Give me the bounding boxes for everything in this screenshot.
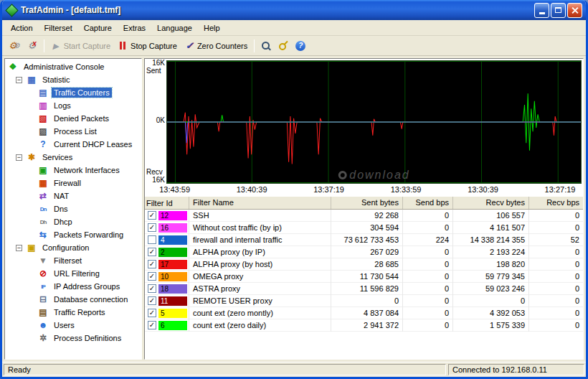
maximize-button[interactable] (551, 3, 566, 18)
filter-checkbox[interactable]: ✓ (148, 309, 156, 317)
filter-checkbox[interactable]: ✓ (148, 248, 156, 256)
tree-item-traffic-reports[interactable]: ▤Traffic Reports (5, 306, 141, 319)
tree-item-firewall[interactable]: ▦Firewall (5, 177, 141, 190)
menu-capture[interactable]: Capture (78, 22, 118, 34)
tree-expander-icon[interactable]: − (16, 77, 22, 83)
tree-item-statistic[interactable]: −▦Statistic (5, 73, 141, 86)
table-row-count-ext-zero-montly[interactable]: ✓5count ext (zero montly)4 837 08404 392… (145, 307, 583, 319)
filter-checkbox[interactable]: ✓ (148, 272, 156, 281)
dhcp-icon: Dh (37, 219, 49, 225)
recv-bps-cell: 0 (529, 271, 583, 283)
filter-name-cell: firewall and internal traffic (189, 234, 331, 246)
chart-y-axis: 16K Sent 0K Recv 16K (145, 59, 166, 184)
stop-capture-button[interactable]: Stop Capture (114, 39, 181, 53)
column-header-recv-bps[interactable]: Recv bps (529, 197, 583, 209)
filter-checkbox[interactable] (148, 235, 156, 244)
table-row-remote-user-proxy[interactable]: ✓11REMOTE USER proxy0000 (145, 295, 583, 307)
sent-bytes-cell: 28 685 (331, 258, 403, 271)
url-filtering-icon: ⊘ (37, 268, 49, 279)
table-row-ssh[interactable]: ✓12SSH92 2680106 5570 (145, 210, 583, 222)
filter-id-cell: ✓6 (145, 319, 189, 332)
tree-item-filterset[interactable]: ▼Filterset (5, 254, 141, 267)
menu-language[interactable]: Language (151, 22, 198, 34)
filter-name-cell: Without cost traffic (by ip) (189, 222, 331, 234)
sent-bytes-cell: 2 941 372 (331, 319, 403, 332)
tree-item-url-filtering[interactable]: ⊘URL Filtering (5, 267, 141, 280)
firewall-icon: ▦ (37, 178, 49, 188)
toolbar-label: Start Capture (64, 42, 110, 50)
tree-item-configuration[interactable]: −▣Configuration (5, 241, 141, 254)
tree-item-database-connection[interactable]: ⊟Database connection (5, 293, 141, 306)
sent-bytes-cell: 267 029 (331, 246, 403, 258)
table-row-alpha-proxy-by-host[interactable]: ✓17ALPHA proxy (by host)28 6850198 8200 (145, 258, 583, 271)
start-capture-button[interactable]: Start Capture (47, 39, 114, 53)
tree-item-label: Filterset (52, 256, 84, 266)
recv-bytes-cell: 4 161 507 (453, 222, 529, 234)
tree-expander-icon[interactable]: − (16, 245, 22, 251)
column-header-filter-id[interactable]: Filter Id (145, 197, 189, 209)
tree-item-dns[interactable]: DnDns (5, 202, 141, 215)
tree-item-nat[interactable]: ⇄NAT (5, 190, 141, 202)
tree-item-label: Database connection (52, 294, 130, 304)
filter-checkbox[interactable]: ✓ (148, 260, 156, 268)
y-label-16k-bottom: 16K (152, 176, 165, 184)
tree-item-label: NAT (52, 191, 71, 201)
tree-item-process-definitions[interactable]: ✲Process Definitions (5, 332, 141, 345)
filter-id-cell: ✓18 (145, 283, 189, 295)
menu-help[interactable]: Help (198, 22, 226, 34)
column-header-filter-name[interactable]: Filter Name (189, 197, 331, 209)
zero-counters-button[interactable]: Zero Counters (181, 39, 251, 53)
filter-color-badge: 5 (158, 309, 187, 318)
table-row-firewall-and-internal-traffic[interactable]: 4firewall and internal traffic73 612 733… (145, 234, 583, 246)
tree-item-logs[interactable]: ▥Logs (5, 99, 141, 112)
tree-item-current-dhcp-leases[interactable]: ?Current DHCP Leases (5, 138, 141, 151)
recv-bytes-cell: 59 779 345 (453, 271, 529, 283)
find-button[interactable] (257, 39, 275, 53)
filter-checkbox[interactable]: ✓ (148, 321, 156, 329)
menu-action[interactable]: Action (5, 22, 39, 34)
table-row-without-cost-traffic-by-ip[interactable]: ✓16Without cost traffic (by ip)304 59404… (145, 222, 583, 234)
minimize-icon (539, 12, 545, 14)
tree-item-denied-packets[interactable]: ▧Denied Packets (5, 112, 141, 125)
tree-item-services[interactable]: −✱Services (5, 151, 141, 164)
tree-item-label: URL Filtering (52, 268, 102, 279)
tree-item-label: Network Interfaces (52, 165, 122, 175)
filter-checkbox[interactable]: ✓ (148, 296, 156, 305)
abort-capture-button[interactable] (24, 39, 41, 53)
recv-bps-cell: 0 (529, 210, 583, 222)
column-header-send-bps[interactable]: Send bps (403, 197, 453, 209)
tree-item-dhcp[interactable]: DhDhcp (5, 215, 141, 228)
logs-icon: ▥ (37, 100, 49, 111)
filter-id-cell: ✓17 (145, 258, 189, 271)
table-row-astra-proxy[interactable]: ✓18ASTRA proxy11 596 829059 023 2460 (145, 283, 583, 295)
tree-item-process-list[interactable]: ▨Process List (5, 125, 141, 138)
column-header-recv-bytes[interactable]: Recv bytes (453, 197, 529, 209)
tree-item-administrative-console[interactable]: ❖Administrative Console (5, 60, 141, 73)
minimize-button[interactable] (534, 3, 549, 18)
table-row-alpha-proxy-by-ip[interactable]: ✓2ALPHA proxy (by IP)267 02902 193 2240 (145, 246, 583, 258)
tree-item-packets-forwarding[interactable]: ⇆Packets Forwarding (5, 228, 141, 241)
settings-button[interactable] (5, 39, 24, 53)
filter-checkbox[interactable]: ✓ (148, 211, 156, 220)
filter-id-cell: 4 (145, 234, 189, 246)
tree-expander-icon[interactable]: − (16, 154, 22, 161)
tree-item-traffic-counters[interactable]: ▤Traffic Counters (5, 86, 141, 99)
table-row-count-ext-zero-daily[interactable]: ✓6count ext (zero daily)2 941 37201 575 … (145, 319, 583, 332)
ip-address-groups-icon: IP (37, 284, 49, 290)
key-button[interactable] (275, 39, 292, 53)
filter-checkbox[interactable]: ✓ (148, 284, 156, 293)
column-header-sent-bytes[interactable]: Sent bytes (331, 197, 403, 209)
dns-icon: Dn (37, 206, 49, 212)
tree-item-label: Configuration (40, 243, 91, 253)
tree-item-users[interactable]: ☻Users (5, 319, 141, 332)
tree-item-label: Services (40, 152, 75, 162)
table-row-omega-proxy[interactable]: ✓10OMEGA proxy11 730 544059 779 3450 (145, 271, 583, 283)
close-button[interactable] (567, 3, 582, 18)
tree-item-network-interfaces[interactable]: ▣Network Interfaces (5, 164, 141, 177)
send-bps-cell: 0 (403, 319, 453, 332)
menu-filterset[interactable]: Filterset (39, 22, 78, 34)
tree-item-ip-address-groups[interactable]: IPIP Address Groups (5, 280, 141, 293)
filter-checkbox[interactable]: ✓ (148, 223, 156, 232)
menu-extras[interactable]: Extras (118, 22, 151, 34)
help-button[interactable] (292, 39, 309, 53)
